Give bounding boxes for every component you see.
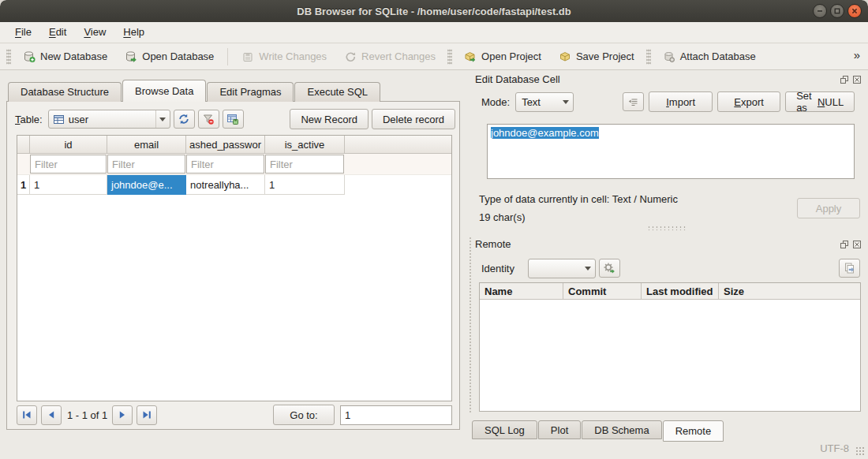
- filter-input-hashed-password[interactable]: Filter: [186, 155, 264, 174]
- cell-email-selected[interactable]: johndoe@e...: [107, 175, 186, 195]
- close-button[interactable]: [847, 4, 862, 18]
- tab-plot[interactable]: Plot: [538, 420, 581, 439]
- remote-column-last-modified[interactable]: Last modified: [642, 283, 719, 299]
- column-header-id[interactable]: id: [30, 136, 107, 153]
- attach-database-button[interactable]: Attach Database: [654, 46, 765, 68]
- close-panel-button[interactable]: [851, 74, 862, 84]
- column-header-is-active[interactable]: is_active: [265, 136, 345, 153]
- filter-input-id[interactable]: Filter: [30, 155, 107, 174]
- tab-browse-data[interactable]: Browse Data: [122, 80, 206, 102]
- float-panel-button[interactable]: [839, 74, 849, 84]
- clone-database-button[interactable]: [839, 259, 860, 278]
- table-select-arrow: [155, 110, 170, 128]
- table-controls-row: Table: user: [15, 109, 455, 129]
- export-button[interactable]: Export: [717, 91, 780, 112]
- edit-cell-dock-title: Edit Database Cell: [475, 73, 560, 85]
- edit-cell-dock-controls: [839, 74, 862, 84]
- column-header-hashed-password[interactable]: ashed_passwor: [186, 136, 265, 153]
- cell-is-active[interactable]: 1: [265, 175, 345, 195]
- remote-dock-drag-handle[interactable]: [469, 237, 473, 414]
- cell-id[interactable]: 1: [30, 175, 107, 195]
- last-page-button[interactable]: [137, 405, 157, 425]
- maximize-button[interactable]: [830, 4, 844, 18]
- identity-select-arrow: [581, 259, 595, 278]
- grid-header-filler: [345, 136, 451, 153]
- remote-dock-title: Remote: [475, 238, 511, 250]
- new-database-icon: [23, 50, 36, 63]
- chevron-down-icon: [159, 118, 166, 121]
- identity-select[interactable]: [528, 259, 596, 278]
- tab-remote[interactable]: Remote: [663, 420, 724, 442]
- row-number[interactable]: 1: [17, 175, 30, 195]
- column-header-email[interactable]: email: [107, 136, 186, 153]
- toolbar-overflow-button[interactable]: »: [854, 48, 860, 62]
- toolbar-drag-handle[interactable]: [6, 49, 11, 65]
- save-project-button[interactable]: Save Project: [550, 46, 643, 68]
- identity-settings-button[interactable]: [599, 259, 620, 278]
- remote-column-name[interactable]: Name: [480, 283, 563, 299]
- previous-page-icon: [46, 409, 57, 420]
- menu-edit[interactable]: Edit: [40, 22, 75, 43]
- menu-view[interactable]: View: [75, 22, 114, 43]
- filter-input-is-active[interactable]: Filter: [265, 155, 344, 174]
- cell-type-info: Type of data currently in cell: Text / N…: [479, 193, 678, 205]
- dock-splitter-handle[interactable]: [647, 226, 687, 230]
- word-wrap-icon: [627, 96, 639, 108]
- save-table-view-icon: [226, 113, 239, 125]
- main-toolbar: New Database Open Database Write Changes: [0, 43, 868, 70]
- table-select[interactable]: user: [48, 110, 170, 129]
- goto-button[interactable]: Go to:: [273, 405, 335, 425]
- window-controls: [813, 4, 862, 18]
- revert-changes-button[interactable]: Revert Changes: [335, 46, 444, 68]
- apply-button[interactable]: Apply: [797, 198, 860, 218]
- remote-column-size[interactable]: Size: [719, 283, 860, 299]
- menu-file[interactable]: File: [6, 22, 40, 43]
- write-changes-button[interactable]: Write Changes: [233, 46, 335, 68]
- float-panel-button[interactable]: [839, 239, 849, 249]
- tab-database-structure[interactable]: Database Structure: [8, 82, 122, 102]
- goto-input[interactable]: 1: [340, 405, 452, 425]
- chevron-down-icon: [585, 267, 591, 271]
- remote-files-table: Name Commit Last modified Size: [479, 282, 861, 412]
- attach-database-label: Attach Database: [680, 50, 756, 62]
- cell-hashed-password[interactable]: notreallyha...: [186, 175, 265, 195]
- first-page-button[interactable]: [17, 405, 37, 425]
- write-changes-icon: [241, 50, 254, 63]
- resize-grip[interactable]: [855, 446, 865, 456]
- close-panel-button[interactable]: [851, 239, 862, 249]
- clone-database-icon: [844, 262, 856, 274]
- tab-db-schema[interactable]: DB Schema: [582, 420, 661, 439]
- cell-editor-textarea[interactable]: johndoe@example.com: [487, 124, 855, 179]
- open-database-button[interactable]: Open Database: [116, 46, 223, 68]
- set-as-null-button[interactable]: Set as NULL: [785, 91, 855, 112]
- filter-input-email[interactable]: Filter: [107, 155, 185, 174]
- pagination-bar: 1 - 1 of 1 Go to: 1: [17, 405, 452, 425]
- toolbar-drag-handle[interactable]: [447, 49, 452, 65]
- save-filter-view-button[interactable]: [223, 110, 244, 129]
- previous-page-button[interactable]: [41, 405, 62, 425]
- menu-help[interactable]: Help: [114, 22, 153, 43]
- remote-column-commit[interactable]: Commit: [563, 283, 642, 299]
- mode-select-arrow: [559, 93, 573, 111]
- filter-corner: [17, 154, 30, 174]
- next-page-button[interactable]: [112, 405, 133, 425]
- refresh-button[interactable]: [174, 110, 195, 129]
- word-wrap-button[interactable]: [623, 92, 644, 111]
- toolbar-drag-handle[interactable]: [646, 49, 651, 65]
- delete-record-button[interactable]: Delete record: [372, 109, 455, 129]
- import-button[interactable]: Import: [649, 91, 713, 112]
- revert-changes-label: Revert Changes: [361, 50, 436, 62]
- mode-select[interactable]: Text: [515, 92, 574, 112]
- tab-edit-pragmas[interactable]: Edit Pragmas: [207, 82, 294, 102]
- minimize-button[interactable]: [813, 4, 827, 18]
- new-database-button[interactable]: New Database: [14, 46, 116, 68]
- titlebar[interactable]: DB Browser for SQLite - /home/user/code/…: [0, 0, 868, 22]
- grid-corner[interactable]: [17, 136, 30, 153]
- clear-filters-button[interactable]: [198, 110, 219, 129]
- open-project-button[interactable]: Open Project: [455, 46, 550, 68]
- tab-execute-sql[interactable]: Execute SQL: [294, 82, 380, 102]
- tab-sql-log[interactable]: SQL Log: [472, 420, 537, 439]
- revert-changes-icon: [344, 50, 357, 63]
- open-database-icon: [125, 50, 137, 63]
- new-record-button[interactable]: New Record: [290, 109, 369, 129]
